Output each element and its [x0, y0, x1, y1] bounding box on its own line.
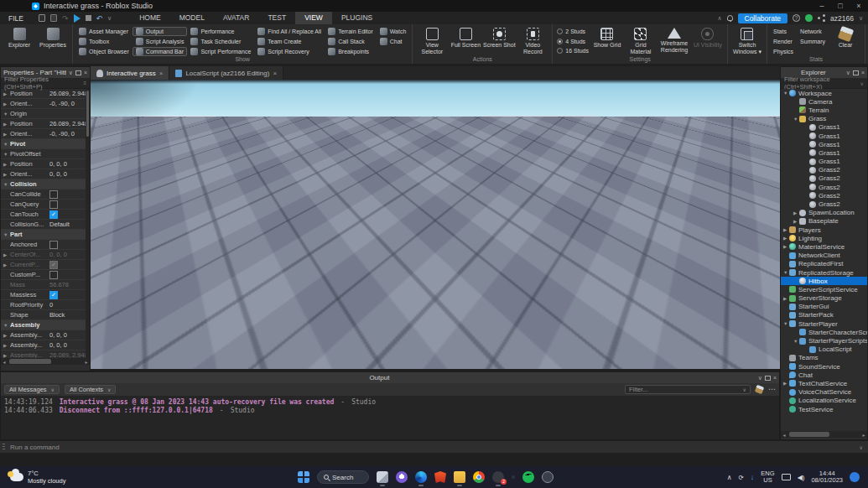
- discord-icon[interactable]: 2: [492, 471, 504, 483]
- tree-item[interactable]: Camera: [781, 97, 867, 106]
- tree-item[interactable]: StarterGui: [781, 303, 867, 311]
- float-window-icon[interactable]: [75, 70, 81, 75]
- ribbon-large-button[interactable]: Wireframe Rendering: [657, 26, 691, 55]
- undo-dropdown-icon[interactable]: ∨: [107, 15, 112, 22]
- ribbon-button[interactable]: Find All / Replace All: [254, 27, 325, 36]
- command-bar[interactable]: Run a command ∨: [0, 440, 868, 453]
- ribbon-collapse-icon[interactable]: ∧: [717, 15, 721, 22]
- property-row[interactable]: Mass 56.678: [1, 280, 90, 290]
- output-filter-input[interactable]: Filter... ∨: [625, 385, 751, 394]
- stud-size-radio[interactable]: 4 Studs: [555, 37, 590, 46]
- play-button[interactable]: [74, 14, 81, 23]
- expand-arrow[interactable]: ▼: [783, 270, 789, 275]
- property-value[interactable]: -0, -90, 0: [49, 100, 90, 107]
- document-tab[interactable]: LocalScript (az2166 Editing) ×: [169, 66, 283, 80]
- property-row[interactable]: ▼ Part: [1, 230, 90, 240]
- log-line[interactable]: 14:43:19.124 Interactive grass @ 08 Jan …: [4, 398, 779, 407]
- expand-arrow[interactable]: ▶: [3, 252, 10, 257]
- close-panel-icon[interactable]: ×: [773, 375, 777, 381]
- property-row[interactable]: ▶ Position 0, 0, 0: [1, 159, 90, 169]
- tree-item[interactable]: ▶ Baseplate: [781, 217, 867, 226]
- expand-arrow[interactable]: ▶: [3, 91, 10, 96]
- language-indicator[interactable]: ENGUS: [761, 470, 774, 484]
- undo-icon[interactable]: ↶: [96, 14, 103, 23]
- expand-arrow[interactable]: ▶: [793, 210, 799, 215]
- property-value[interactable]: [49, 291, 90, 299]
- notifications-bell-icon[interactable]: [727, 15, 733, 21]
- property-row[interactable]: Anchored: [1, 240, 90, 250]
- tree-item[interactable]: StarterCharacterScripts: [781, 328, 867, 336]
- expand-arrow[interactable]: ▶: [783, 236, 789, 241]
- property-row[interactable]: ▼ Collision: [1, 179, 90, 189]
- stud-size-radio[interactable]: 16 Studs: [555, 46, 590, 55]
- property-value[interactable]: 0, 0, 0: [49, 331, 90, 339]
- tree-item[interactable]: Chat: [781, 371, 867, 379]
- file-menu[interactable]: FILE: [0, 14, 32, 23]
- expand-arrow[interactable]: ▶: [3, 162, 10, 167]
- clear-output-button[interactable]: Clear: [829, 26, 862, 55]
- ribbon-button[interactable]: Output: [133, 27, 188, 36]
- close-panel-icon[interactable]: ×: [84, 70, 87, 75]
- property-row[interactable]: ▶ CenterOf... 0, 0, 0: [1, 250, 90, 260]
- expand-arrow[interactable]: ▼: [3, 142, 10, 147]
- dock-options-icon[interactable]: ∨: [758, 375, 762, 382]
- property-row[interactable]: ▼ PivotOffset: [1, 149, 90, 159]
- tree-item[interactable]: ▶ Players: [781, 226, 867, 234]
- ribbon-button[interactable]: Watch: [377, 27, 410, 36]
- tree-item[interactable]: ▶ Lighting: [781, 234, 867, 242]
- menu-tab[interactable]: MODEL: [170, 12, 214, 24]
- property-row[interactable]: ▶ Orient... -0, -90, 0: [1, 99, 90, 109]
- menu-tab[interactable]: AVATAR: [214, 12, 259, 24]
- document-tab[interactable]: Interactive grass ×: [91, 66, 169, 80]
- menu-tab[interactable]: VIEW: [295, 12, 332, 24]
- property-row[interactable]: CustomP...: [1, 270, 90, 280]
- property-value[interactable]: 0: [49, 301, 90, 309]
- tree-item[interactable]: ▼ StarterPlayer: [781, 319, 867, 328]
- ribbon-button[interactable]: Chat: [377, 37, 410, 46]
- expand-arrow[interactable]: ▶: [3, 262, 10, 267]
- messages-filter-dropdown[interactable]: All Messages ∨: [4, 385, 60, 394]
- property-row[interactable]: CanQuery: [1, 200, 90, 210]
- property-value[interactable]: [49, 200, 90, 209]
- property-value[interactable]: 0, 0, 0: [49, 170, 90, 178]
- tree-item[interactable]: Grass1: [781, 123, 867, 132]
- clear-output-icon[interactable]: [755, 385, 765, 395]
- property-row[interactable]: ▶ Position 26.089, 2.948, 4...: [1, 89, 90, 99]
- expand-arrow[interactable]: ▼: [793, 339, 799, 344]
- expand-arrow[interactable]: ▶: [3, 353, 10, 358]
- ribbon-large-button[interactable]: Screen Shot: [482, 26, 516, 55]
- property-row[interactable]: RootPriority 0: [1, 300, 90, 310]
- property-value[interactable]: 0, 0, 0: [49, 251, 90, 258]
- tree-item[interactable]: ▼ StarterPlayerScripts: [781, 336, 867, 345]
- tree-item[interactable]: TestService: [781, 405, 867, 413]
- tree-item[interactable]: ▶ TextChatService: [781, 379, 867, 387]
- expand-arrow[interactable]: ▶: [3, 122, 10, 127]
- tree-item[interactable]: ▶ SpawnLocation: [781, 209, 867, 217]
- sync-icon[interactable]: ⟳: [739, 474, 744, 481]
- ribbon-button[interactable]: Team Create: [254, 37, 325, 46]
- property-row[interactable]: ▼ Origin: [1, 109, 90, 119]
- download-arrow-icon[interactable]: ↓: [751, 473, 755, 481]
- property-row[interactable]: ▶ Position 26.089, 2.948, 4...: [1, 119, 90, 129]
- ribbon-button[interactable]: Call Stack: [325, 37, 377, 46]
- property-value[interactable]: -0, -90, 0: [49, 130, 90, 138]
- chevron-down-icon[interactable]: ∨: [860, 444, 863, 450]
- expand-arrow[interactable]: ▼: [3, 112, 10, 117]
- expand-arrow[interactable]: ▶: [3, 172, 10, 177]
- tree-item[interactable]: ▶ ServerStorage: [781, 294, 867, 303]
- clock-datetime[interactable]: 14:4408/01/2023: [811, 470, 843, 484]
- more-options-icon[interactable]: ⋯: [768, 385, 776, 394]
- notification-badge[interactable]: [850, 472, 860, 482]
- tree-item[interactable]: Terrain: [781, 106, 867, 114]
- property-value[interactable]: Block: [49, 311, 90, 319]
- float-window-icon[interactable]: [765, 376, 771, 381]
- property-row[interactable]: ▼ Assembly: [1, 320, 90, 330]
- properties-horizontal-scrollbar[interactable]: ◂▸: [1, 358, 90, 365]
- weather-widget[interactable]: 7°C Mostly cloudy: [0, 470, 126, 485]
- tab-close-icon[interactable]: ×: [273, 70, 277, 77]
- property-row[interactable]: ▶ Orient... -0, -90, 0: [1, 129, 90, 139]
- switch-windows-button[interactable]: Switch Windows ▾: [730, 26, 764, 55]
- clock-app-icon[interactable]: [542, 471, 554, 483]
- close-button[interactable]: ×: [850, 0, 868, 12]
- tree-item[interactable]: LocalizationService: [781, 397, 867, 405]
